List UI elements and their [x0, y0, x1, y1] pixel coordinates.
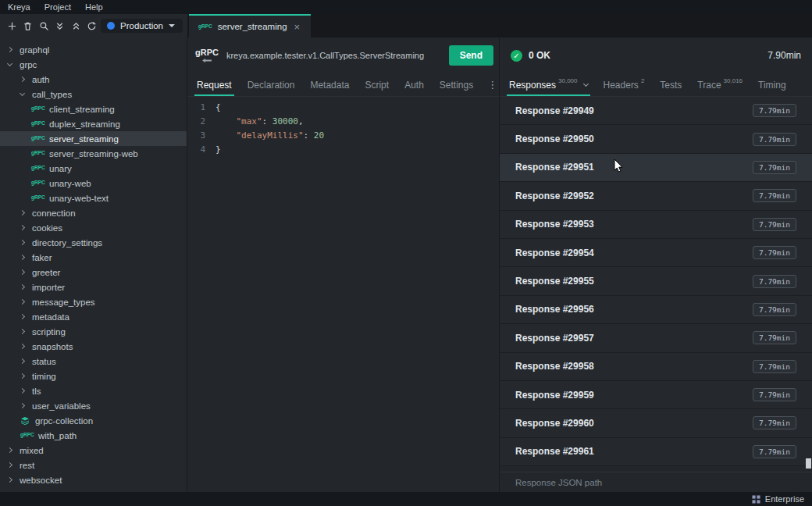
chevron-down-icon[interactable] [582, 80, 588, 86]
json-path-input[interactable] [504, 478, 807, 487]
response-row[interactable]: Response #299557.79min [500, 267, 812, 295]
request-tabs-row: RequestDeclarationMetadataScriptAuthSett… [187, 73, 499, 97]
response-row[interactable]: Response #299597.79min [500, 381, 812, 409]
chevron-right-icon [20, 373, 25, 379]
response-tab-timing[interactable]: Timing [750, 73, 794, 96]
tree-item-call_types[interactable]: call_types [0, 87, 187, 102]
enterprise-label[interactable]: Enterprise [765, 494, 804, 504]
chevron-down-icon [20, 91, 25, 96]
request-tab-script[interactable]: Script [357, 73, 397, 96]
menu-kreya[interactable]: Kreya [8, 2, 30, 12]
add-button[interactable] [5, 18, 20, 34]
tree-item-unary-web-text[interactable]: gRPCunary-web-text [0, 191, 187, 205]
response-duration-badge: 7.79min [753, 445, 796, 458]
tree-item-label: server_streaming-web [49, 149, 138, 159]
chevron-right-icon [20, 388, 25, 394]
tree-item-server_streaming-web[interactable]: gRPCserver_streaming-web [0, 146, 187, 161]
tree-item-metadata[interactable]: metadata [0, 309, 187, 324]
response-header: ✓ 0 OK 7.90min [500, 37, 812, 73]
request-tab-auth[interactable]: Auth [397, 73, 432, 96]
tree-item-label: importer [32, 283, 65, 292]
response-row[interactable]: Response #299517.79min [500, 154, 812, 182]
response-tab-responses[interactable]: Responses30,000 [501, 73, 596, 96]
tree-item-server_streaming[interactable]: gRPCserver_streaming [0, 131, 187, 146]
tree-item-duplex_streaming[interactable]: gRPCduplex_streaming [0, 116, 187, 131]
environment-dot-icon [107, 22, 115, 30]
editor-line[interactable]: 2 "max": 30000, [187, 115, 499, 129]
grpc-method-icon: gRPC [31, 180, 44, 186]
response-duration-badge: 7.79min [753, 275, 796, 288]
statusbar: Enterprise [0, 492, 812, 506]
editor-line[interactable]: 3 "delayMillis": 20 [187, 129, 499, 143]
request-tab-request[interactable]: Request [189, 73, 240, 96]
response-tab-headers[interactable]: Headers2 [596, 73, 653, 96]
response-tab-tests[interactable]: Tests [652, 73, 689, 96]
tree-item-label: cookies [32, 223, 62, 233]
tree-item-status[interactable]: status [0, 354, 187, 369]
tree-item-label: tls [32, 387, 41, 396]
tree-item-cookies[interactable]: cookies [0, 220, 187, 235]
send-button[interactable]: Send [449, 45, 493, 66]
response-row[interactable]: Response #299497.79min [500, 97, 812, 125]
response-row[interactable]: Response #299617.79min [500, 438, 812, 466]
tree-item-timing[interactable]: timing [0, 369, 187, 383]
tree-item-message_types[interactable]: message_types [0, 294, 187, 309]
close-icon[interactable]: × [293, 21, 302, 33]
response-label: Response #29954 [515, 248, 594, 258]
tree-item-snapshots[interactable]: snapshots [0, 339, 187, 354]
expand-all-button[interactable] [53, 18, 68, 34]
scrollbar-thumb[interactable] [806, 458, 811, 469]
request-tab-metadata[interactable]: Metadata [302, 73, 357, 96]
refresh-button[interactable] [85, 18, 100, 34]
tree-item-grpc-collection[interactable]: grpc-collection [0, 413, 187, 428]
tree-item-client_streaming[interactable]: gRPCclient_streaming [0, 102, 187, 116]
request-tab-declaration[interactable]: Declaration [240, 73, 303, 96]
editor-line[interactable]: 4} [187, 143, 499, 157]
menu-project[interactable]: Project [45, 2, 71, 12]
tree-item-connection[interactable]: connection [0, 205, 187, 220]
response-row[interactable]: Response #299577.79min [500, 324, 812, 352]
tree-item-unary-web[interactable]: gRPCunary-web [0, 176, 187, 191]
tree-item-tls[interactable]: tls [0, 383, 187, 398]
tree-item-importer[interactable]: importer [0, 280, 187, 294]
grpc-method-icon: gRPC [31, 166, 44, 171]
total-duration: 7.90min [767, 50, 801, 61]
response-row[interactable]: Response #299607.79min [500, 409, 812, 437]
tab-label: server_streaming [218, 22, 287, 31]
tree-item-auth[interactable]: auth [0, 72, 187, 87]
response-label: Response #29953 [515, 219, 594, 230]
tree-item-label: message_types [32, 298, 95, 307]
search-button[interactable] [37, 18, 52, 34]
tree-item-rest[interactable]: rest [0, 458, 187, 472]
tree-item-scripting[interactable]: scripting [0, 324, 187, 339]
status-check-icon: ✓ [511, 50, 522, 62]
request-body-editor[interactable]: 1{2 "max": 30000,3 "delayMillis": 204} [187, 97, 499, 492]
tree-item-grpc[interactable]: grpc [0, 57, 187, 72]
menu-help[interactable]: Help [85, 2, 103, 12]
response-row[interactable]: Response #299507.79min [500, 125, 812, 153]
editor-line[interactable]: 1{ [187, 101, 499, 115]
response-tab-trace[interactable]: Trace30,016 [689, 73, 750, 96]
tree-item-faker[interactable]: faker [0, 250, 187, 265]
response-row[interactable]: Response #299537.79min [500, 211, 812, 239]
tree-item-directory_settings[interactable]: directory_settings [0, 235, 187, 250]
response-row[interactable]: Response #299547.79min [500, 239, 812, 267]
tree-item-graphql[interactable]: graphql [0, 42, 187, 57]
environment-selector[interactable]: Production [101, 19, 183, 33]
tree-item-websocket[interactable]: websocket [0, 472, 187, 487]
delete-button[interactable] [21, 18, 36, 34]
tree-item-with_path[interactable]: gRPCwith_path [0, 428, 187, 443]
response-row[interactable]: Response #299527.79min [500, 182, 812, 210]
tree-item-greeter[interactable]: greeter [0, 265, 187, 280]
tree-item-mixed[interactable]: mixed [0, 443, 187, 458]
chevron-down-icon [169, 24, 175, 27]
tab-server-streaming[interactable]: gRPC server_streaming × [189, 14, 311, 37]
request-tab-settings[interactable]: Settings [432, 73, 481, 96]
trash-icon [23, 21, 33, 31]
response-duration-badge: 7.79min [753, 331, 796, 344]
tree-item-unary[interactable]: gRPCunary [0, 161, 187, 176]
tree-item-user_variables[interactable]: user_variables [0, 398, 187, 413]
collapse-all-button[interactable] [69, 18, 84, 34]
response-row[interactable]: Response #299587.79min [500, 353, 812, 381]
response-row[interactable]: Response #299567.79min [500, 296, 812, 324]
